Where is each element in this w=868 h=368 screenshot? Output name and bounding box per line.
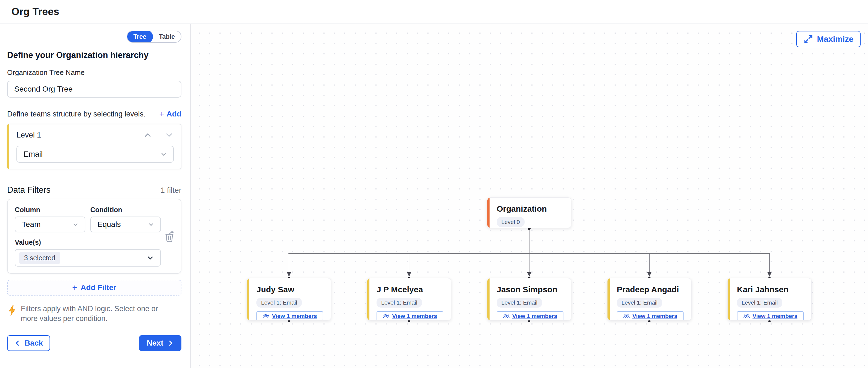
data-filters-title: Data Filters — [7, 185, 50, 195]
view-members-label: View 1 members — [752, 313, 797, 319]
node-level-badge: Level 0 — [497, 217, 525, 227]
level-accent-bar — [367, 278, 369, 320]
view-members-label: View 1 members — [392, 313, 437, 319]
column-select[interactable]: Team — [15, 216, 85, 232]
move-level-up-button[interactable] — [143, 130, 152, 140]
next-button[interactable]: Next — [139, 335, 181, 351]
node-name: J P Mcelyea — [376, 285, 443, 294]
level-accent-bar — [247, 278, 249, 320]
plus-icon: + — [72, 283, 78, 292]
members-icon — [503, 313, 510, 320]
node-level-badge: Level 1: Email — [497, 298, 542, 308]
view-toggle-row: Tree Table — [7, 31, 181, 43]
trash-icon — [164, 230, 175, 242]
view-toggle: Tree Table — [127, 31, 181, 43]
org-node[interactable]: Kari Jahnsen Level 1: Email View 1 membe… — [727, 278, 812, 321]
chevron-up-icon — [143, 130, 152, 140]
column-label: Column — [15, 206, 85, 214]
values-select[interactable]: 3 selected — [15, 249, 161, 267]
org-node[interactable]: Judy Saw Level 1: Email View 1 members — [247, 278, 331, 321]
delete-filter-button[interactable] — [164, 230, 175, 242]
node-level-badge: Level 1: Email — [376, 298, 422, 308]
view-members-label: View 1 members — [632, 313, 677, 319]
filters-note: Filters apply with AND logic. Select one… — [21, 304, 176, 324]
back-button[interactable]: Back — [7, 335, 50, 351]
move-level-down-button[interactable] — [164, 130, 174, 140]
maximize-button[interactable]: Maximize — [796, 31, 861, 47]
panel-heading: Define your Organization hierarchy — [7, 50, 181, 60]
tree-name-input[interactable] — [7, 81, 181, 98]
config-panel: Tree Table Define your Organization hier… — [0, 24, 191, 368]
org-node[interactable]: J P Mcelyea Level 1: Email View 1 member… — [367, 278, 451, 321]
values-label: Value(s) — [15, 238, 161, 246]
add-filter-button[interactable]: + Add Filter — [7, 280, 181, 296]
node-name: Pradeep Angadi — [617, 285, 683, 294]
level-column-select[interactable]: Email — [17, 146, 174, 163]
node-level-badge: Level 1: Email — [617, 298, 662, 308]
org-node[interactable]: Pradeep Angadi Level 1: Email View 1 mem… — [607, 278, 691, 321]
node-name: Kari Jahnsen — [737, 285, 803, 294]
view-members-button[interactable]: View 1 members — [256, 311, 323, 321]
level-accent-bar — [487, 278, 490, 320]
node-level-badge: Level 1: Email — [256, 298, 302, 308]
chevron-down-icon — [72, 221, 80, 228]
members-icon — [383, 313, 390, 320]
node-name: Jason Simpson — [497, 285, 563, 294]
level-title: Level 1 — [17, 131, 41, 139]
condition-select[interactable]: Equals — [90, 216, 161, 232]
page-title: Org Trees — [11, 6, 59, 18]
view-members-button[interactable]: View 1 members — [617, 311, 684, 321]
selected-values-chip: 3 selected — [19, 252, 60, 264]
tree-name-label: Organization Tree Name — [7, 68, 181, 77]
node-name: Judy Saw — [256, 285, 322, 294]
chevron-down-icon — [164, 130, 174, 140]
add-level-button[interactable]: + Add — [159, 110, 181, 119]
view-members-button[interactable]: View 1 members — [497, 311, 563, 321]
filter-card: Column Team Condition Equals Value(s) 3 … — [7, 199, 181, 274]
chevron-down-icon — [146, 253, 155, 263]
chevron-down-icon — [159, 150, 168, 158]
level-column-value: Email — [24, 150, 43, 159]
view-members-label: View 1 members — [512, 313, 557, 319]
org-tree-canvas: Organization Level 0 Judy Saw Level 1: E… — [191, 24, 868, 368]
toggle-tree[interactable]: Tree — [127, 31, 153, 43]
plus-icon: + — [159, 110, 164, 119]
node-name: Organization — [497, 204, 563, 213]
levels-hint: Define teams structure by selecting leve… — [7, 110, 146, 119]
chevron-down-icon — [147, 221, 155, 228]
maximize-icon — [803, 34, 813, 44]
root-accent-bar — [487, 198, 490, 228]
condition-label: Condition — [90, 206, 161, 214]
view-members-button[interactable]: View 1 members — [737, 311, 804, 321]
chevron-left-icon — [14, 340, 21, 347]
level-accent-bar — [727, 278, 730, 320]
members-icon — [623, 313, 630, 320]
node-level-badge: Level 1: Email — [737, 298, 782, 308]
members-icon — [743, 313, 750, 320]
toggle-table[interactable]: Table — [153, 31, 181, 43]
view-members-button[interactable]: View 1 members — [376, 311, 443, 321]
members-icon — [263, 313, 270, 320]
app-header: Org Trees — [0, 0, 868, 24]
filter-count: 1 filter — [161, 186, 181, 195]
lightning-icon — [7, 305, 17, 316]
org-node-root[interactable]: Organization Level 0 — [487, 197, 571, 228]
chevron-right-icon — [167, 340, 174, 347]
org-node[interactable]: Jason Simpson Level 1: Email View 1 memb… — [487, 278, 571, 321]
level-card: Level 1 Email — [7, 124, 181, 169]
level-accent-bar — [608, 278, 610, 320]
view-members-label: View 1 members — [272, 313, 317, 319]
